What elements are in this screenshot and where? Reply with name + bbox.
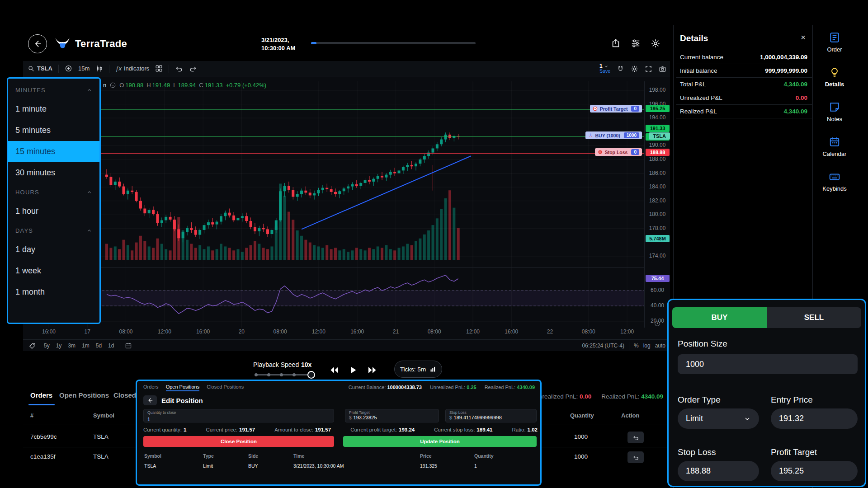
buy-tab[interactable]: BUY — [672, 307, 767, 328]
play-button[interactable] — [346, 363, 360, 377]
go-to-date-icon[interactable] — [125, 342, 132, 349]
stop-loss-order-line-label[interactable]: Stop Loss 0 — [595, 148, 642, 156]
section-days[interactable]: DAYS — [8, 222, 99, 239]
order-type-select[interactable]: Limit — [678, 408, 759, 429]
stop-loss-input[interactable] — [454, 415, 529, 420]
timeframe-1-month[interactable]: 1 month — [8, 282, 99, 303]
rewind-button[interactable] — [328, 363, 341, 377]
order-symbol: TSLA — [93, 433, 108, 440]
buy-order-line-label[interactable]: BUY (1000) 1000 — [585, 131, 642, 139]
price-axis[interactable]: 195.25 191.33 191.33 188.88 5.748M 75.44… — [644, 81, 670, 328]
nav-item-details[interactable]: Details — [825, 66, 844, 88]
range-5y-button[interactable]: 5y — [44, 343, 50, 349]
order-id: 7cb5e99c — [30, 433, 57, 440]
nav-label: Order — [827, 46, 842, 53]
magnet-mode-button[interactable] — [617, 65, 624, 73]
range-5d-button[interactable]: 5d — [96, 343, 102, 349]
terratrade-app: TerraTrade 3/21/2023, 10:30:00 AM TSLA 1… — [0, 0, 868, 488]
layout-grid-button[interactable] — [155, 65, 163, 72]
hide-series-icon[interactable] — [109, 82, 116, 89]
revert-order-button[interactable] — [627, 432, 644, 443]
ohlc-high-label: H — [146, 82, 151, 89]
edit-position-popup: Orders Open Positions Closed Positions C… — [136, 380, 542, 486]
price-tag-icon[interactable] — [28, 342, 36, 350]
section-hours[interactable]: HOURS — [8, 183, 99, 201]
revert-order-button[interactable] — [627, 451, 644, 463]
snapshot-button[interactable] — [659, 65, 666, 73]
chart-area[interactable] — [23, 61, 670, 351]
chart-style-button[interactable] — [95, 65, 103, 72]
timeframe-5-minutes[interactable]: 5 minutes — [8, 120, 99, 141]
save-layout-control[interactable]: 1 Save — [599, 64, 610, 74]
playback-progress-bar[interactable] — [311, 42, 476, 44]
auto-scale-button[interactable]: auto — [655, 343, 665, 349]
symbol-search[interactable]: TSLA — [28, 65, 52, 72]
share-button[interactable] — [608, 35, 624, 52]
nav-item-order[interactable]: Order — [827, 32, 842, 53]
nav-item-keybinds[interactable]: Keybinds — [822, 171, 846, 192]
entry-price-input[interactable] — [771, 408, 858, 429]
time-axis[interactable]: 16:001708:0012:0016:002008:0012:0016:002… — [25, 328, 644, 336]
popup-col-time: Time — [293, 453, 304, 459]
ticks-interval-button[interactable]: Ticks: 5m — [394, 361, 442, 378]
stop-loss-count: 0 — [631, 149, 639, 155]
profit-target-input[interactable] — [771, 461, 858, 481]
fullscreen-button[interactable] — [645, 65, 652, 73]
clock-label[interactable]: 06:25:24 (UTC-4) — [582, 343, 624, 349]
order-type-label: Order Type — [678, 395, 721, 405]
chart-settings-button[interactable] — [631, 65, 638, 73]
range-3m-button[interactable]: 3m — [68, 343, 75, 349]
quantity-to-close-input[interactable] — [147, 417, 312, 422]
candlestick-chart-canvas[interactable] — [25, 81, 644, 328]
range-1y-button[interactable]: 1y — [56, 343, 62, 349]
fast-forward-button[interactable] — [365, 363, 379, 377]
popup-tab-closed-positions[interactable]: Closed Positions — [207, 384, 244, 391]
popup-back-button[interactable] — [143, 395, 157, 405]
range-1m-button[interactable]: 1m — [82, 343, 90, 349]
undo-button[interactable] — [175, 65, 183, 73]
symbol-label: TSLA — [37, 65, 52, 72]
stop-loss-field[interactable]: Stop Loss $ — [445, 409, 537, 422]
profit-target-field[interactable]: Profit Target $ — [345, 409, 439, 422]
time-axis-label: 12:00 — [620, 328, 634, 335]
tab-open-positions[interactable]: Open Positions — [59, 391, 109, 399]
position-size-input[interactable] — [678, 354, 858, 374]
timeframe-1-day[interactable]: 1 day — [8, 239, 99, 260]
profit-target-order-line-label[interactable]: Profit Target 0 — [590, 105, 642, 113]
quantity-to-close-field[interactable]: Quantity to close — [143, 409, 334, 422]
redo-button[interactable] — [189, 65, 197, 73]
close-icon[interactable]: × — [801, 33, 806, 42]
nav-item-notes[interactable]: Notes — [827, 101, 842, 122]
close-position-button[interactable]: Close Position — [143, 436, 334, 447]
timeframe-1-hour[interactable]: 1 hour — [8, 201, 99, 222]
range-1d-button[interactable]: 1d — [108, 343, 114, 349]
settings-button[interactable] — [647, 35, 664, 52]
timeframe-1-minute[interactable]: 1 minute — [8, 99, 99, 120]
indicators-button[interactable]: ƒx Indicators — [115, 65, 149, 72]
nav-item-calendar[interactable]: Calendar — [823, 136, 847, 157]
interval-label: 15m — [78, 65, 90, 72]
back-arrow-icon — [147, 397, 153, 404]
playback-speed-slider[interactable] — [255, 374, 311, 375]
stop-loss-input[interactable] — [678, 461, 759, 481]
strategy-settings-button[interactable] — [627, 35, 644, 52]
popup-tab-open-positions[interactable]: Open Positions — [166, 384, 200, 391]
update-position-button[interactable]: Update Position — [343, 436, 537, 447]
percent-scale-button[interactable]: % — [634, 343, 639, 349]
speed-slider-knob[interactable] — [307, 371, 315, 379]
profit-target-input[interactable] — [354, 415, 431, 420]
timeframe-1-week[interactable]: 1 week — [8, 260, 99, 282]
tab-orders[interactable]: Orders — [30, 391, 52, 399]
compare-add-button[interactable] — [65, 65, 72, 72]
ohlc-close-label: C — [199, 82, 203, 89]
nav-label: Calendar — [823, 150, 847, 157]
interval-button[interactable]: 15m — [78, 65, 90, 72]
timeframe-30-minutes[interactable]: 30 minutes — [8, 162, 99, 183]
gear-icon — [651, 38, 660, 48]
back-button[interactable] — [28, 34, 47, 53]
sell-tab[interactable]: SELL — [767, 307, 861, 328]
popup-tab-orders[interactable]: Orders — [143, 384, 159, 391]
timeframe-15-minutes[interactable]: 15 minutes — [8, 141, 99, 162]
log-scale-button[interactable]: log — [643, 343, 651, 349]
section-minutes[interactable]: MINUTES — [8, 81, 99, 99]
